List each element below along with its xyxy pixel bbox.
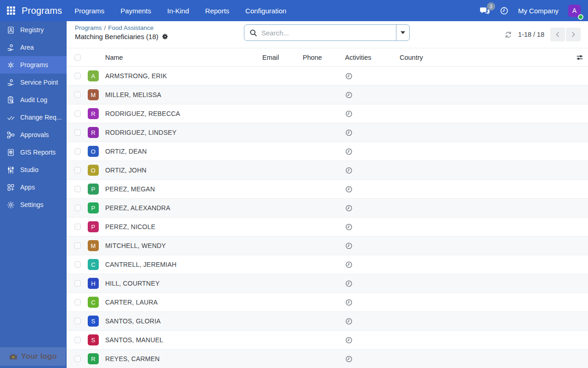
row-checkbox[interactable] xyxy=(74,299,81,305)
beneficiary-name[interactable]: PEREZ, MEGAN xyxy=(105,185,262,193)
table-row[interactable]: S SANTOS, GLORIA xyxy=(67,312,588,331)
column-header-phone[interactable]: Phone xyxy=(303,54,345,61)
table-row[interactable]: M MITCHELL, WENDY xyxy=(67,236,588,255)
table-row[interactable]: O ORTIZ, JOHN xyxy=(67,161,588,180)
beneficiary-name[interactable]: SANTOS, GLORIA xyxy=(105,317,262,325)
sidebar-item-approvals[interactable]: Approvals xyxy=(0,126,67,144)
activity-clock-icon[interactable] xyxy=(345,261,400,269)
next-page-button[interactable] xyxy=(566,28,581,41)
table-row[interactable]: R RODRIGUEZ, LINDSEY xyxy=(67,123,588,142)
recent-clock-icon[interactable] xyxy=(500,6,509,15)
table-row[interactable]: M MILLER, MELISSA xyxy=(67,86,588,104)
beneficiary-name[interactable]: ORTIZ, JOHN xyxy=(105,167,262,174)
nav-item-payments[interactable]: Payments xyxy=(120,7,151,15)
nav-item-configuration[interactable]: Configuration xyxy=(245,7,286,15)
sidebar-item-programs[interactable]: Programs xyxy=(0,56,67,74)
row-checkbox[interactable] xyxy=(74,73,81,79)
beneficiary-name[interactable]: ARMSTRONG, ERIK xyxy=(105,72,262,80)
table-row[interactable]: S SANTOS, MANUEL xyxy=(67,331,588,350)
table-row[interactable]: C CARTER, LAURA xyxy=(67,293,588,312)
row-checkbox[interactable] xyxy=(74,148,81,155)
row-checkbox[interactable] xyxy=(74,224,81,230)
column-header-country[interactable]: Country xyxy=(400,54,568,61)
nav-item-in-kind[interactable]: In-Kind xyxy=(167,7,189,15)
logo-placeholder[interactable]: Your logo xyxy=(0,347,66,366)
table-row[interactable]: P PEREZ, NICOLE xyxy=(67,218,588,236)
chat-icon[interactable]: 3 xyxy=(480,6,490,16)
gear-icon[interactable] xyxy=(162,33,169,40)
beneficiary-name[interactable]: RODRIGUEZ, LINDSEY xyxy=(105,129,262,136)
search-input[interactable] xyxy=(257,25,396,40)
beneficiary-name[interactable]: PEREZ, NICOLE xyxy=(105,223,262,230)
beneficiary-name[interactable]: CARTER, LAURA xyxy=(105,299,262,306)
row-checkbox[interactable] xyxy=(74,167,81,173)
nav-item-programs[interactable]: Programs xyxy=(74,7,104,15)
row-checkbox[interactable] xyxy=(74,110,81,117)
table-row[interactable]: P PEREZ, MEGAN xyxy=(67,180,588,199)
sidebar-item-change-req[interactable]: Change Req... xyxy=(0,109,67,126)
column-header-activities[interactable]: Activities xyxy=(345,54,400,61)
beneficiary-name[interactable]: PEREZ, ALEXANDRA xyxy=(105,204,262,212)
activity-clock-icon[interactable] xyxy=(345,129,400,137)
row-checkbox[interactable] xyxy=(74,186,81,192)
nav-item-reports[interactable]: Reports xyxy=(205,7,230,15)
activity-clock-icon[interactable] xyxy=(345,72,400,80)
sidebar-item-apps[interactable]: Apps xyxy=(0,178,67,196)
beneficiary-name[interactable]: HILL, COURTNEY xyxy=(105,280,262,287)
row-checkbox[interactable] xyxy=(74,205,81,211)
beneficiary-name[interactable]: RODRIGUEZ, REBECCA xyxy=(105,110,262,117)
sidebar-item-audit-log[interactable]: Audit Log xyxy=(0,91,67,109)
sidebar-item-area[interactable]: Area xyxy=(0,39,67,56)
row-checkbox[interactable] xyxy=(74,261,81,268)
table-row[interactable]: R REYES, CARMEN xyxy=(67,350,588,368)
table-row[interactable]: R RODRIGUEZ, REBECCA xyxy=(67,104,588,123)
column-settings-icon[interactable] xyxy=(576,53,584,62)
sidebar-item-registry[interactable]: Registry xyxy=(0,21,67,39)
column-header-name[interactable]: Name xyxy=(105,54,262,61)
row-checkbox[interactable] xyxy=(74,337,81,343)
row-checkbox[interactable] xyxy=(74,356,81,362)
beneficiary-name[interactable]: MITCHELL, WENDY xyxy=(105,242,262,249)
company-name[interactable]: My Company xyxy=(518,7,559,15)
activity-clock-icon[interactable] xyxy=(345,185,400,193)
beneficiary-name[interactable]: SANTOS, MANUEL xyxy=(105,336,262,344)
refresh-button[interactable] xyxy=(504,31,512,39)
table-row[interactable]: C CANTRELL, JEREMIAH xyxy=(67,255,588,274)
activity-clock-icon[interactable] xyxy=(345,91,400,99)
row-checkbox[interactable] xyxy=(74,92,81,98)
activity-clock-icon[interactable] xyxy=(345,336,400,344)
sidebar-item-studio[interactable]: Studio xyxy=(0,161,67,178)
breadcrumb-food-assistance[interactable]: Food Assistance xyxy=(108,24,153,31)
table-row[interactable]: P PEREZ, ALEXANDRA xyxy=(67,199,588,218)
activity-clock-icon[interactable] xyxy=(345,223,400,231)
beneficiary-name[interactable]: MILLER, MELISSA xyxy=(105,91,262,98)
activity-clock-icon[interactable] xyxy=(345,110,400,118)
search-options-dropdown[interactable] xyxy=(396,25,409,40)
table-row[interactable]: H HILL, COURTNEY xyxy=(67,274,588,293)
activity-clock-icon[interactable] xyxy=(345,167,400,174)
activity-clock-icon[interactable] xyxy=(345,317,400,325)
activity-clock-icon[interactable] xyxy=(345,280,400,288)
row-checkbox[interactable] xyxy=(74,280,81,287)
user-avatar[interactable]: A xyxy=(568,5,581,17)
breadcrumb-programs[interactable]: Programs xyxy=(75,24,102,31)
sidebar-item-service-point[interactable]: Service Point xyxy=(0,74,67,91)
row-checkbox[interactable] xyxy=(74,129,81,136)
beneficiary-name[interactable]: REYES, CARMEN xyxy=(105,355,262,362)
sidebar-item-gis-reports[interactable]: GIS Reports xyxy=(0,144,67,161)
select-all-checkbox[interactable] xyxy=(74,54,81,61)
table-row[interactable]: A ARMSTRONG, ERIK xyxy=(67,67,588,86)
beneficiary-name[interactable]: CANTRELL, JEREMIAH xyxy=(105,261,262,268)
row-checkbox[interactable] xyxy=(74,242,81,249)
activity-clock-icon[interactable] xyxy=(345,299,400,306)
table-row[interactable]: O ORTIZ, DEAN xyxy=(67,142,588,161)
previous-page-button[interactable] xyxy=(550,28,565,41)
beneficiary-name[interactable]: ORTIZ, DEAN xyxy=(105,148,262,155)
activity-clock-icon[interactable] xyxy=(345,148,400,155)
app-grid-icon[interactable] xyxy=(6,6,16,15)
activity-clock-icon[interactable] xyxy=(345,204,400,212)
activity-clock-icon[interactable] xyxy=(345,355,400,363)
sidebar-item-settings[interactable]: Settings xyxy=(0,196,67,213)
row-checkbox[interactable] xyxy=(74,318,81,324)
column-header-email[interactable]: Email xyxy=(262,54,303,61)
